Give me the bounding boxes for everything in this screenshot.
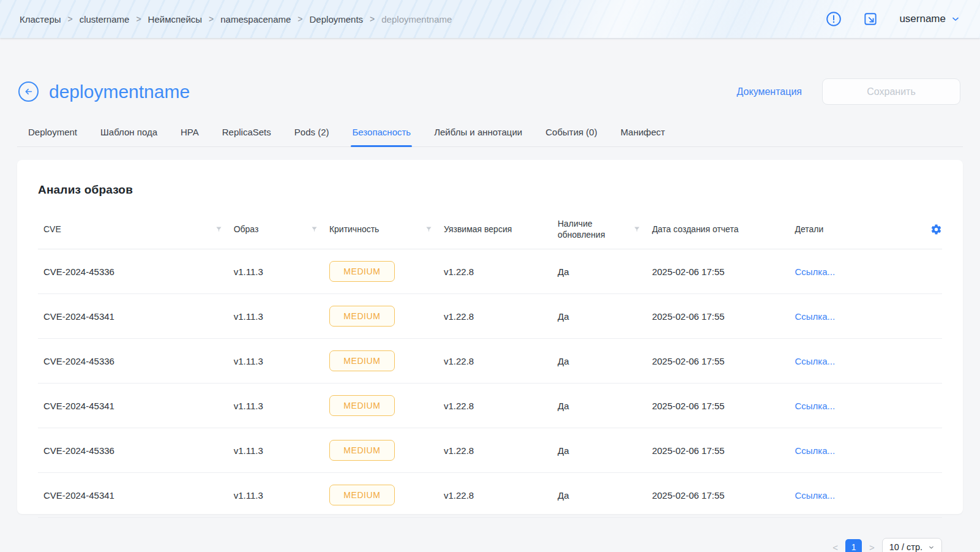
user-name: username: [899, 13, 946, 25]
details-link[interactable]: Ссылка...: [795, 445, 835, 456]
table-row: CVE-2024-45341v1.11.3MEDIUMv1.22.8Да2025…: [38, 384, 942, 428]
severity-cell: MEDIUM: [329, 473, 444, 518]
tab-шаблон-пода[interactable]: Шаблон пода: [99, 123, 159, 146]
severity-cell: MEDIUM: [329, 428, 444, 473]
breadcrumb: Кластеры>clustername>Неймспейсы>namespac…: [20, 14, 452, 25]
tab-pods-2[interactable]: Pods (2): [293, 123, 331, 146]
cve-table-body: CVE-2024-45336v1.11.3MEDIUMv1.22.8Да2025…: [38, 249, 942, 518]
column-header-Детали: Детали: [795, 215, 894, 249]
column-label: Критичность: [329, 224, 380, 235]
external-link-icon[interactable]: [862, 11, 878, 27]
column-label: Уязвимая версия: [444, 224, 512, 235]
tab-replicasets[interactable]: ReplicaSets: [221, 123, 272, 146]
breadcrumb-item[interactable]: Неймспейсы: [148, 14, 203, 25]
column-header-Образ: Образ: [234, 215, 329, 249]
breadcrumb-item[interactable]: namespacename: [220, 14, 291, 25]
details-link[interactable]: Ссылка...: [795, 356, 835, 366]
vulnerable-version-cell: v1.22.8: [444, 384, 558, 428]
details-link[interactable]: Ссылка...: [795, 490, 835, 501]
breadcrumb-item[interactable]: Deployments: [310, 14, 364, 25]
severity-badge: MEDIUM: [329, 261, 395, 282]
image-cell: v1.11.3: [234, 249, 329, 294]
column-label: Дата создания отчета: [652, 224, 738, 235]
tab-манифест[interactable]: Манифест: [619, 123, 667, 146]
save-button[interactable]: Сохранить: [822, 78, 960, 105]
details-cell: Ссылка...: [795, 339, 894, 384]
topbar-actions: username: [826, 11, 960, 27]
details-cell: Ссылка...: [795, 428, 894, 473]
update-available-cell: Да: [558, 249, 652, 294]
severity-cell: MEDIUM: [329, 249, 444, 294]
header-actions: Документация Сохранить: [737, 78, 960, 105]
topbar: Кластеры>clustername>Неймспейсы>namespac…: [0, 0, 980, 38]
breadcrumb-separator-icon: >: [370, 14, 375, 24]
image-cell: v1.11.3: [234, 384, 329, 428]
update-available-cell: Да: [558, 473, 652, 518]
pagination-next-icon[interactable]: >: [867, 542, 877, 552]
tabs: DeploymentШаблон подаHPAReplicaSetsPods …: [27, 123, 963, 146]
back-button[interactable]: [18, 81, 39, 102]
cve-cell: CVE-2024-45341: [38, 384, 234, 428]
actions-cell: [895, 249, 942, 294]
column-header-Дата создания отчета: Дата создания отчета: [652, 215, 795, 249]
pagination-prev-icon[interactable]: <: [831, 542, 840, 552]
breadcrumb-item: deploymentname: [381, 14, 452, 25]
column-header-Наличие обновления: Наличие обновления: [558, 215, 652, 249]
table-row: CVE-2024-45336v1.11.3MEDIUMv1.22.8Да2025…: [38, 428, 942, 473]
severity-badge: MEDIUM: [329, 350, 395, 371]
tab-безопасность[interactable]: Безопасность: [351, 123, 412, 146]
column-header-CVE: CVE: [38, 215, 234, 249]
breadcrumb-item[interactable]: Кластеры: [20, 14, 61, 25]
page-size-select[interactable]: 10 / стр.: [882, 538, 942, 552]
details-cell: Ссылка...: [795, 384, 894, 428]
arrow-left-icon: [23, 86, 34, 97]
tab-hpa[interactable]: HPA: [179, 123, 200, 146]
table-row: CVE-2024-45341v1.11.3MEDIUMv1.22.8Да2025…: [38, 294, 942, 339]
column-label: CVE: [43, 224, 61, 235]
actions-cell: [895, 473, 942, 518]
breadcrumb-separator-icon: >: [297, 14, 302, 24]
tab-лейблы-и-аннотации[interactable]: Лейблы и аннотации: [433, 123, 523, 146]
filter-funnel-icon[interactable]: [633, 225, 641, 233]
page-title: deploymentname: [49, 81, 190, 102]
details-link[interactable]: Ссылка...: [795, 267, 835, 277]
filter-funnel-icon[interactable]: [425, 225, 433, 233]
documentation-link[interactable]: Документация: [737, 86, 802, 97]
column-label: Наличие обновления: [558, 219, 633, 240]
breadcrumb-item[interactable]: clustername: [80, 14, 130, 25]
pagination: < 1 > 10 / стр.: [38, 538, 942, 552]
details-link[interactable]: Ссылка...: [795, 401, 835, 411]
cve-cell: CVE-2024-45336: [38, 428, 234, 473]
actions-cell: [895, 428, 942, 473]
image-cell: v1.11.3: [234, 428, 329, 473]
update-available-cell: Да: [558, 384, 652, 428]
table-row: CVE-2024-45341v1.11.3MEDIUMv1.22.8Да2025…: [38, 473, 942, 518]
page-size-value: 10 / стр.: [889, 542, 922, 552]
report-date-cell: 2025-02-06 17:55: [652, 473, 795, 518]
filter-funnel-icon[interactable]: [310, 225, 318, 233]
column-header-Критичность: Критичность: [329, 215, 444, 249]
table-settings-gear-icon[interactable]: [930, 224, 942, 235]
table-row: CVE-2024-45336v1.11.3MEDIUMv1.22.8Да2025…: [38, 249, 942, 294]
tab-события-0[interactable]: События (0): [544, 123, 598, 146]
severity-cell: MEDIUM: [329, 294, 444, 339]
vulnerable-version-cell: v1.22.8: [444, 249, 558, 294]
report-date-cell: 2025-02-06 17:55: [652, 249, 795, 294]
column-label: Детали: [795, 224, 823, 235]
image-analysis-panel: Анализ образов CVEОбразКритичностьУязвим…: [17, 160, 963, 514]
user-menu[interactable]: username: [899, 13, 960, 25]
column-header-Уязвимая версия: Уязвимая версия: [444, 215, 558, 249]
filter-funnel-icon[interactable]: [215, 225, 223, 233]
details-link[interactable]: Ссылка...: [795, 311, 835, 322]
report-date-cell: 2025-02-06 17:55: [652, 384, 795, 428]
vulnerable-version-cell: v1.22.8: [444, 428, 558, 473]
vulnerable-version-cell: v1.22.8: [444, 339, 558, 384]
table-row: CVE-2024-45336v1.11.3MEDIUMv1.22.8Да2025…: [38, 339, 942, 384]
alert-circle-icon[interactable]: [826, 11, 842, 27]
pagination-page-1[interactable]: 1: [845, 539, 862, 552]
report-date-cell: 2025-02-06 17:55: [652, 294, 795, 339]
tab-deployment[interactable]: Deployment: [27, 123, 78, 146]
image-cell: v1.11.3: [234, 294, 329, 339]
severity-badge: MEDIUM: [329, 395, 395, 416]
page-header: deploymentname Документация Сохранить: [18, 78, 960, 105]
